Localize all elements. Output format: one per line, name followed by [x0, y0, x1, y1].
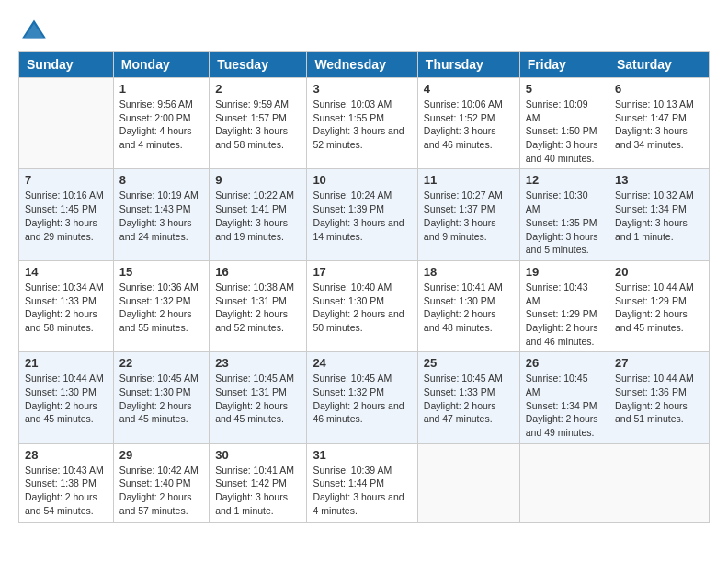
- logo: [18, 18, 48, 41]
- day-info: Sunrise: 10:22 AMSunset: 1:41 PMDaylight…: [215, 189, 301, 243]
- calendar-cell: 22Sunrise: 10:45 AMSunset: 1:30 PMDaylig…: [113, 352, 209, 443]
- calendar-cell: 14Sunrise: 10:34 AMSunset: 1:33 PMDaylig…: [19, 260, 114, 351]
- day-info: Sunrise: 10:43 AMSunset: 1:38 PMDaylight…: [25, 464, 108, 518]
- day-number: 13: [615, 173, 703, 187]
- calendar-week-4: 21Sunrise: 10:44 AMSunset: 1:30 PMDaylig…: [19, 352, 710, 443]
- day-number: 14: [25, 265, 108, 279]
- day-number: 29: [119, 448, 203, 462]
- day-number: 1: [119, 82, 203, 96]
- day-info: Sunrise: 10:09 AMSunset: 1:50 PMDaylight…: [526, 98, 603, 165]
- day-info: Sunrise: 10:06 AMSunset: 1:52 PMDaylight…: [424, 98, 514, 152]
- day-number: 9: [215, 173, 301, 187]
- day-info: Sunrise: 10:30 AMSunset: 1:35 PMDaylight…: [526, 189, 603, 256]
- calendar-cell: 3Sunrise: 10:03 AMSunset: 1:55 PMDayligh…: [307, 78, 417, 169]
- day-info: Sunrise: 10:39 AMSunset: 1:44 PMDaylight…: [313, 464, 411, 518]
- calendar-week-1: 1Sunrise: 9:56 AMSunset: 2:00 PMDaylight…: [19, 78, 710, 169]
- day-info: Sunrise: 10:44 AMSunset: 1:36 PMDaylight…: [615, 372, 703, 426]
- calendar-cell: 25Sunrise: 10:45 AMSunset: 1:33 PMDaylig…: [417, 352, 519, 443]
- calendar-cell: 27Sunrise: 10:44 AMSunset: 1:36 PMDaylig…: [609, 352, 710, 443]
- day-number: 8: [119, 173, 203, 187]
- day-number: 11: [424, 173, 514, 187]
- day-info: Sunrise: 10:45 AMSunset: 1:33 PMDaylight…: [424, 372, 514, 426]
- calendar-cell: 16Sunrise: 10:38 AMSunset: 1:31 PMDaylig…: [210, 260, 307, 351]
- calendar-cell: 31Sunrise: 10:39 AMSunset: 1:44 PMDaylig…: [307, 443, 417, 522]
- day-number: 28: [25, 448, 108, 462]
- day-info: Sunrise: 10:42 AMSunset: 1:40 PMDaylight…: [119, 464, 203, 518]
- day-number: 7: [25, 173, 108, 187]
- calendar-cell: 2Sunrise: 9:59 AMSunset: 1:57 PMDaylight…: [210, 78, 307, 169]
- day-info: Sunrise: 10:24 AMSunset: 1:39 PMDaylight…: [313, 189, 411, 243]
- day-info: Sunrise: 10:19 AMSunset: 1:43 PMDaylight…: [119, 189, 203, 243]
- day-number: 26: [526, 356, 603, 370]
- day-info: Sunrise: 10:13 AMSunset: 1:47 PMDaylight…: [615, 98, 703, 152]
- day-info: Sunrise: 10:32 AMSunset: 1:34 PMDaylight…: [615, 189, 703, 243]
- day-info: Sunrise: 9:56 AMSunset: 2:00 PMDaylight:…: [119, 98, 203, 152]
- day-info: Sunrise: 10:16 AMSunset: 1:45 PMDaylight…: [25, 189, 108, 243]
- day-number: 27: [615, 356, 703, 370]
- calendar-cell: 28Sunrise: 10:43 AMSunset: 1:38 PMDaylig…: [19, 443, 114, 522]
- calendar-cell: [19, 78, 114, 169]
- calendar-cell: 20Sunrise: 10:44 AMSunset: 1:29 PMDaylig…: [609, 260, 710, 351]
- day-number: 2: [215, 82, 301, 96]
- day-info: Sunrise: 10:44 AMSunset: 1:30 PMDaylight…: [25, 372, 108, 426]
- day-number: 22: [119, 356, 203, 370]
- weekday-header-row: SundayMondayTuesdayWednesdayThursdayFrid…: [19, 52, 710, 78]
- calendar-cell: 15Sunrise: 10:36 AMSunset: 1:32 PMDaylig…: [113, 260, 209, 351]
- calendar-cell: [519, 443, 609, 522]
- day-number: 4: [424, 82, 514, 96]
- calendar-cell: 8Sunrise: 10:19 AMSunset: 1:43 PMDayligh…: [113, 169, 209, 260]
- calendar-cell: 4Sunrise: 10:06 AMSunset: 1:52 PMDayligh…: [417, 78, 519, 169]
- page-header: [18, 18, 710, 41]
- day-number: 3: [313, 82, 411, 96]
- calendar-cell: 18Sunrise: 10:41 AMSunset: 1:30 PMDaylig…: [417, 260, 519, 351]
- day-info: Sunrise: 10:45 AMSunset: 1:32 PMDaylight…: [313, 372, 411, 426]
- day-info: Sunrise: 10:45 AMSunset: 1:31 PMDaylight…: [215, 372, 301, 426]
- day-info: Sunrise: 10:34 AMSunset: 1:33 PMDaylight…: [25, 281, 108, 335]
- calendar-cell: [609, 443, 710, 522]
- weekday-header-friday: Friday: [519, 52, 609, 78]
- weekday-header-monday: Monday: [113, 52, 209, 78]
- day-info: Sunrise: 10:03 AMSunset: 1:55 PMDaylight…: [313, 98, 411, 152]
- calendar-cell: 12Sunrise: 10:30 AMSunset: 1:35 PMDaylig…: [519, 169, 609, 260]
- day-number: 20: [615, 265, 703, 279]
- calendar-week-3: 14Sunrise: 10:34 AMSunset: 1:33 PMDaylig…: [19, 260, 710, 351]
- day-info: Sunrise: 10:38 AMSunset: 1:31 PMDaylight…: [215, 281, 301, 335]
- day-info: Sunrise: 10:44 AMSunset: 1:29 PMDaylight…: [615, 281, 703, 335]
- day-number: 21: [25, 356, 108, 370]
- day-number: 31: [313, 448, 411, 462]
- weekday-header-saturday: Saturday: [609, 52, 710, 78]
- calendar-cell: 11Sunrise: 10:27 AMSunset: 1:37 PMDaylig…: [417, 169, 519, 260]
- calendar-cell: 7Sunrise: 10:16 AMSunset: 1:45 PMDayligh…: [19, 169, 114, 260]
- day-number: 15: [119, 265, 203, 279]
- calendar-table: SundayMondayTuesdayWednesdayThursdayFrid…: [18, 51, 710, 523]
- calendar-cell: 26Sunrise: 10:45 AMSunset: 1:34 PMDaylig…: [519, 352, 609, 443]
- weekday-header-thursday: Thursday: [417, 52, 519, 78]
- calendar-cell: 24Sunrise: 10:45 AMSunset: 1:32 PMDaylig…: [307, 352, 417, 443]
- calendar-cell: 13Sunrise: 10:32 AMSunset: 1:34 PMDaylig…: [609, 169, 710, 260]
- calendar-cell: 29Sunrise: 10:42 AMSunset: 1:40 PMDaylig…: [113, 443, 209, 522]
- calendar-cell: 23Sunrise: 10:45 AMSunset: 1:31 PMDaylig…: [210, 352, 307, 443]
- day-number: 30: [215, 448, 301, 462]
- calendar-cell: 9Sunrise: 10:22 AMSunset: 1:41 PMDayligh…: [210, 169, 307, 260]
- calendar-week-2: 7Sunrise: 10:16 AMSunset: 1:45 PMDayligh…: [19, 169, 710, 260]
- day-number: 5: [526, 82, 603, 96]
- day-info: Sunrise: 10:36 AMSunset: 1:32 PMDaylight…: [119, 281, 203, 335]
- day-number: 23: [215, 356, 301, 370]
- calendar-cell: 17Sunrise: 10:40 AMSunset: 1:30 PMDaylig…: [307, 260, 417, 351]
- calendar-cell: 21Sunrise: 10:44 AMSunset: 1:30 PMDaylig…: [19, 352, 114, 443]
- day-number: 10: [313, 173, 411, 187]
- day-number: 12: [526, 173, 603, 187]
- calendar-cell: 1Sunrise: 9:56 AMSunset: 2:00 PMDaylight…: [113, 78, 209, 169]
- calendar-cell: 5Sunrise: 10:09 AMSunset: 1:50 PMDayligh…: [519, 78, 609, 169]
- day-number: 19: [526, 265, 603, 279]
- day-info: Sunrise: 10:45 AMSunset: 1:34 PMDaylight…: [526, 372, 603, 439]
- day-number: 6: [615, 82, 703, 96]
- day-info: Sunrise: 10:41 AMSunset: 1:42 PMDaylight…: [215, 464, 301, 518]
- day-number: 24: [313, 356, 411, 370]
- day-number: 16: [215, 265, 301, 279]
- day-number: 25: [424, 356, 514, 370]
- day-info: Sunrise: 10:41 AMSunset: 1:30 PMDaylight…: [424, 281, 514, 335]
- calendar-cell: [417, 443, 519, 522]
- day-info: Sunrise: 10:27 AMSunset: 1:37 PMDaylight…: [424, 189, 514, 243]
- calendar-week-5: 28Sunrise: 10:43 AMSunset: 1:38 PMDaylig…: [19, 443, 710, 522]
